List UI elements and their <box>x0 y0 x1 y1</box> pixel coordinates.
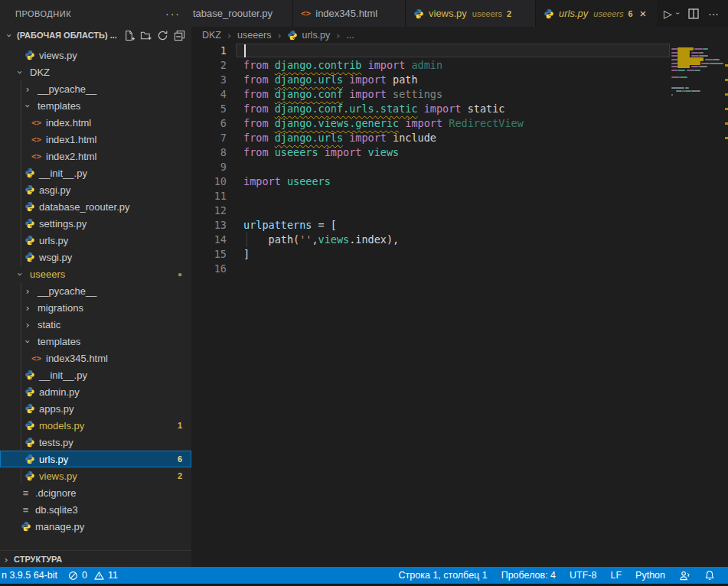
run-button[interactable]: ▷ <box>664 8 672 20</box>
tree-item-.dcignore[interactable]: ≡.dcignore <box>0 484 191 501</box>
new-folder-icon[interactable] <box>140 30 152 41</box>
minimap-segment <box>694 70 700 71</box>
line-number: 1 <box>191 44 243 58</box>
tree-item-tests.py[interactable]: tests.py <box>0 434 191 451</box>
status-problems[interactable]: 011 <box>63 567 123 584</box>
tree-item-label: index.html <box>46 117 91 129</box>
tree-item-__pycache__[interactable]: ›__pycache__ <box>0 80 191 97</box>
new-file-icon[interactable] <box>123 30 135 41</box>
tree-item-apps.py[interactable]: apps.py <box>0 400 191 417</box>
tree-item-index2.html[interactable]: <>index2.html <box>0 148 191 164</box>
tree-item-label: index1.html <box>46 134 96 145</box>
tree-item-settings.py[interactable]: settings.py <box>0 215 191 232</box>
tree-item-label: apps.py <box>39 403 74 415</box>
warning-tick <box>725 64 728 67</box>
python-file-icon <box>24 168 35 178</box>
code-line-7[interactable]: 7from django.urls import include <box>191 131 728 145</box>
status-cursor-position[interactable]: Строка 1, столбец 1 <box>392 567 495 584</box>
breadcrumb-label: useeers <box>237 30 271 41</box>
code-line-9[interactable]: 9 <box>191 160 728 174</box>
code-line-13[interactable]: 13urlpatterns = [ <box>191 218 728 233</box>
breadcrumb-item-useeers[interactable]: useeers <box>237 30 271 41</box>
code-line-6[interactable]: 6from django.views.generic import Redire… <box>191 116 728 131</box>
tab-tabase_roouter.py[interactable]: tabase_roouter.py <box>191 0 293 27</box>
file-icon: ≡ <box>20 487 31 499</box>
tree-item-__init__.py[interactable]: __init__.py <box>0 164 191 181</box>
code-line-2[interactable]: 2from django.contrib import admin <box>191 58 728 73</box>
code-text: ] <box>243 247 250 262</box>
status-eol[interactable]: LF <box>603 567 628 584</box>
code-line-10[interactable]: 10import useeers <box>191 174 728 189</box>
tree-item-__pycache__[interactable]: ›__pycache__ <box>0 282 191 299</box>
tree-item-db.sqlite3[interactable]: ≡db.sqlite3 <box>0 501 191 518</box>
tab-index345.html[interactable]: <>index345.html <box>293 0 406 27</box>
minimap-segment <box>677 65 690 69</box>
workspace-section-header[interactable]: › (РАБОЧАЯ ОБЛАСТЬ) ... <box>0 27 191 44</box>
tree-item-index.html[interactable]: <>index.html <box>0 114 191 131</box>
tree-item-migrations[interactable]: ›migrations <box>0 299 191 316</box>
tree-item-wsgi.py[interactable]: wsgi.py <box>0 249 191 265</box>
breadcrumb-item-...[interactable]: ... <box>346 30 354 41</box>
line-number: 3 <box>191 73 243 87</box>
tree-item-index1.html[interactable]: <>index1.html <box>0 131 191 148</box>
code-line-4[interactable]: 4from django.conf import settings <box>191 87 728 102</box>
status-indentation[interactable]: Пробелов: 4 <box>495 567 563 584</box>
split-editor-button[interactable] <box>688 8 699 19</box>
status-python-interpreter[interactable]: n 3.9.5 64-bit <box>0 567 63 584</box>
tree-item-admin.py[interactable]: admin.py <box>0 383 191 400</box>
tree-item-asgi.py[interactable]: asgi.py <box>0 181 191 198</box>
tab-views.py[interactable]: views.pyuseeers2 <box>406 0 536 27</box>
code-line-8[interactable]: 8from useeers import views <box>191 145 728 160</box>
tree-item-static[interactable]: ›static <box>0 316 191 333</box>
outline-section-header[interactable]: › СТРУКТУРА <box>0 550 191 568</box>
code-line-3[interactable]: 3from django.urls import path <box>191 73 728 87</box>
code-line-11[interactable]: 11 <box>191 189 728 203</box>
tree-indent-guide <box>21 249 21 265</box>
more-actions-icon[interactable]: ··· <box>708 8 719 20</box>
code-line-12[interactable]: 12 <box>191 203 728 218</box>
run-dropdown-chevron-icon[interactable]: › <box>674 12 682 15</box>
more-actions-icon[interactable]: ··· <box>165 8 181 20</box>
breadcrumb-item-urls.py[interactable]: urls.py <box>287 30 330 41</box>
tree-item-views.py[interactable]: views.py2 <box>0 467 191 484</box>
tree-indent-guide <box>21 383 21 400</box>
tab-urls.py[interactable]: urls.pyuseeers6× <box>536 0 658 27</box>
code-editor[interactable]: 12from django.contrib import admin3from … <box>191 44 728 567</box>
refresh-icon[interactable] <box>157 30 168 41</box>
status-text: UTF-8 <box>570 570 596 581</box>
close-icon[interactable]: × <box>640 8 647 19</box>
code-line-16[interactable]: 16 <box>191 262 728 276</box>
minimap-segment <box>699 66 707 67</box>
tree-item-label: __pycache__ <box>38 83 96 95</box>
minimap-segment <box>671 70 677 71</box>
breadcrumb-item-DKZ[interactable]: DKZ <box>202 30 221 41</box>
tree-item-manage.py[interactable]: manage.py <box>0 518 191 535</box>
status-language-mode[interactable]: Python <box>628 567 672 584</box>
tree-item-database_roouter.py[interactable]: database_roouter.py <box>0 198 191 215</box>
tree-item-views.py[interactable]: views.py <box>0 47 191 63</box>
status-feedback[interactable] <box>672 567 697 584</box>
overview-ruler[interactable] <box>724 44 728 567</box>
minimap[interactable] <box>670 44 725 166</box>
tree-item-templates[interactable]: ›templates <box>0 97 191 114</box>
status-encoding[interactable]: UTF-8 <box>563 567 603 584</box>
code-line-1[interactable]: 1 <box>191 44 728 58</box>
minimap-segment <box>691 55 700 57</box>
tree-item-urls.py[interactable]: urls.py6 <box>0 451 191 467</box>
chevron-down-icon: › <box>22 335 34 347</box>
tree-item-useeers[interactable]: ›useeers● <box>0 265 191 282</box>
tree-item-models.py[interactable]: models.py1 <box>0 417 191 434</box>
collapse-all-icon[interactable] <box>174 30 185 41</box>
tree-item-__init__.py[interactable]: __init__.py <box>0 366 191 383</box>
code-line-5[interactable]: 5from django.conf.urls.static import sta… <box>191 102 728 116</box>
status-notifications[interactable] <box>697 567 722 584</box>
tree-item-urls.py[interactable]: urls.py <box>0 232 191 249</box>
tree-item-DKZ[interactable]: ›DKZ <box>0 63 191 80</box>
tree-item-templates[interactable]: ›templates <box>0 333 191 350</box>
python-file-icon <box>24 370 35 380</box>
code-line-14[interactable]: 14 path('',views.index), <box>191 233 728 247</box>
tree-item-index345.html[interactable]: <>index345.html <box>0 350 191 366</box>
tab-description: useeers <box>593 9 623 18</box>
code-line-15[interactable]: 15] <box>191 247 728 262</box>
minimap-segment <box>677 61 700 65</box>
